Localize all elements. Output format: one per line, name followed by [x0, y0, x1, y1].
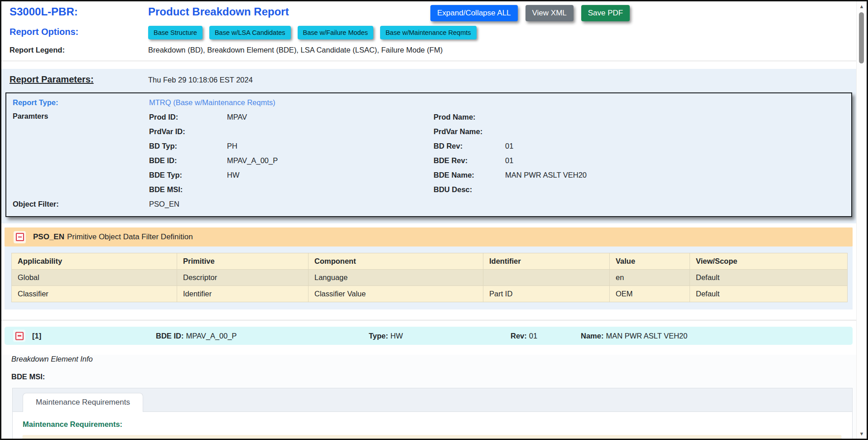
scroll-up-arrow-icon[interactable]: ▲: [857, 2, 867, 10]
report-options-label: Report Options:: [1, 26, 148, 38]
view-xml-button[interactable]: View XML: [526, 5, 574, 21]
param-value: MPAV: [227, 112, 434, 122]
breakdown-element-info-text: Breakdown Element Info: [10, 355, 856, 363]
minus-glyph: [16, 233, 24, 241]
report-type-label: Report Type:: [6, 98, 149, 107]
column-header: Applicability: [12, 253, 177, 270]
app-title: S3000L-PBR:: [1, 5, 148, 19]
param-label: Prod Name:: [434, 112, 505, 122]
vertical-scrollbar[interactable]: ▲ ▼: [856, 1, 867, 439]
bde-type-value: HW: [391, 332, 403, 340]
report-legend-row: Report Legend: Breakdown (BD), Breakdown…: [1, 45, 856, 55]
table-cell: Default: [690, 270, 848, 286]
bde-rev-value: 01: [529, 332, 537, 340]
table-cell: OEM: [610, 286, 690, 302]
paramters-label: Paramters: [6, 112, 149, 194]
app-window: S3000L-PBR: Product Breakdown Report Exp…: [0, 0, 868, 440]
param-value: MAN PWR ASLT VEH20: [505, 170, 851, 180]
param-value: 01: [505, 156, 851, 165]
report-parameters-section: Report Parameters: Thu Feb 29 10:18:06 E…: [1, 69, 856, 223]
title-row: S3000L-PBR: Product Breakdown Report Exp…: [1, 5, 856, 21]
option-base-maintenance-reqmts-button[interactable]: Base w/Maintenance Reqmts: [380, 26, 477, 39]
minus-glyph: [15, 332, 24, 340]
param-label: BDE Name:: [434, 170, 505, 180]
bde-body: Breakdown Element Info BDE MSI: Maintena…: [1, 355, 856, 439]
bde-tab-panel: Maintenance Requirements Maintenance Req…: [12, 388, 853, 439]
table-cell: Identifier: [177, 286, 309, 302]
param-label: BDE Rev:: [434, 156, 505, 165]
report-content: S3000L-PBR: Product Breakdown Report Exp…: [1, 1, 856, 439]
pso-filter-code: PSO_EN: [33, 232, 64, 241]
bde-name-value: MAN PWR ASLT VEH20: [606, 332, 687, 340]
bde-id-label: BDE ID:: [156, 332, 183, 340]
collapse-minus-icon[interactable]: [31, 439, 43, 439]
report-type-value: MTRQ (Base w/Maintenance Reqmts): [149, 98, 275, 107]
bde-id-field: BDE ID:MPAV_A_00_P: [156, 332, 237, 340]
bde-id-value: MPAV_A_00_P: [186, 332, 236, 340]
object-filter-label: Object Filter:: [6, 199, 149, 209]
pso-filter-title-text: Primitive Object Data Filter Definition: [67, 232, 193, 241]
pso-filter-header: PSO_ENPrimitive Object Data Filter Defin…: [5, 227, 853, 247]
option-base-failure-modes-button[interactable]: Base w/Failure Modes: [298, 26, 373, 39]
part-realizations-header: Part Realizations: [23, 435, 841, 439]
collapse-minus-icon[interactable]: [13, 330, 25, 342]
bde-rev-label: Rev:: [511, 332, 527, 340]
tab-maintenance-requirements[interactable]: Maintenance Requirements: [23, 393, 143, 412]
column-header: Primitive: [177, 253, 309, 270]
table-cell: en: [610, 270, 690, 286]
bde-name-field: Name:MAN PWR ASLT VEH20: [581, 332, 687, 340]
param-value: MPAV_A_00_P: [227, 156, 434, 165]
save-pdf-button[interactable]: Save PDF: [581, 5, 630, 21]
object-filter-value: PSO_EN: [149, 199, 179, 209]
param-value: HW: [227, 170, 434, 180]
pso-filter-title: PSO_ENPrimitive Object Data Filter Defin…: [33, 232, 193, 242]
bde-type-label: Type:: [369, 332, 388, 340]
report-type-row: Report Type: MTRQ (Base w/Maintenance Re…: [6, 98, 851, 107]
column-header: Value: [610, 253, 690, 270]
report-options-row: Report Options: Base Structure Base w/LS…: [1, 26, 856, 39]
scroll-down-arrow-icon[interactable]: ▼: [857, 430, 867, 438]
report-parameters-heading: Report Parameters:: [1, 73, 148, 85]
scrollbar-thumb[interactable]: [859, 12, 864, 63]
bde-type-field: Type:HW: [369, 332, 403, 340]
table-cell: Default: [690, 286, 848, 302]
report-parameters-box: Report Type: MTRQ (Base w/Maintenance Re…: [5, 92, 852, 217]
report-timestamp: Thu Feb 29 10:18:06 EST 2024: [148, 73, 253, 85]
column-header: Component: [309, 253, 483, 270]
option-base-lsa-candidates-button[interactable]: Base w/LSA Candidates: [209, 26, 291, 39]
param-label: BDU Desc:: [434, 185, 505, 194]
table-cell: Classifier: [12, 286, 177, 302]
report-parameters-heading-row: Report Parameters: Thu Feb 29 10:18:06 E…: [1, 73, 856, 85]
param-label: Prod ID:: [149, 112, 227, 122]
report-legend-text: Breakdown (BD), Breakdown Element (BDE),…: [148, 45, 443, 55]
bde-name-label: Name:: [581, 332, 603, 340]
expand-collapse-all-button[interactable]: Expand/Collapse ALL: [430, 5, 518, 21]
filter-table: Applicability Primitive Component Identi…: [11, 253, 848, 302]
filter-table-header-row: Applicability Primitive Component Identi…: [12, 253, 848, 270]
pso-filter-section: PSO_ENPrimitive Object Data Filter Defin…: [5, 227, 853, 309]
object-filter-row: Object Filter: PSO_EN: [6, 199, 851, 209]
section-divider: [1, 320, 856, 320]
param-label: PrdVar Name:: [434, 127, 505, 136]
table-cell: Descriptor: [177, 270, 309, 286]
param-value: [227, 185, 434, 194]
param-label: BD Rev:: [434, 141, 505, 151]
collapse-minus-icon[interactable]: [14, 231, 26, 243]
param-value: [505, 112, 851, 122]
option-base-structure-button[interactable]: Base Structure: [148, 26, 203, 39]
bde-index: [1]: [32, 332, 41, 340]
report-header: S3000L-PBR: Product Breakdown Report Exp…: [1, 1, 856, 55]
bde-msi-label: BDE MSI:: [10, 372, 856, 381]
bde-header-band: [1] BDE ID:MPAV_A_00_P Type:HW Rev:01 Na…: [5, 327, 853, 345]
page-title: Product Breakdown Report: [148, 5, 430, 19]
filter-table-wrap: Applicability Primitive Component Identi…: [5, 247, 853, 309]
param-label: PrdVar ID:: [149, 127, 227, 136]
column-header: Identifier: [483, 253, 610, 270]
report-option-buttons: Base Structure Base w/LSA Candidates Bas…: [148, 26, 477, 39]
param-value: [227, 127, 434, 136]
report-legend-label: Report Legend:: [1, 45, 148, 55]
param-value: [505, 185, 851, 194]
table-cell: [483, 270, 610, 286]
param-label: BD Typ:: [149, 141, 227, 151]
maintenance-requirements-panel: Maintenance Requirements: Part Realizati…: [13, 412, 852, 439]
